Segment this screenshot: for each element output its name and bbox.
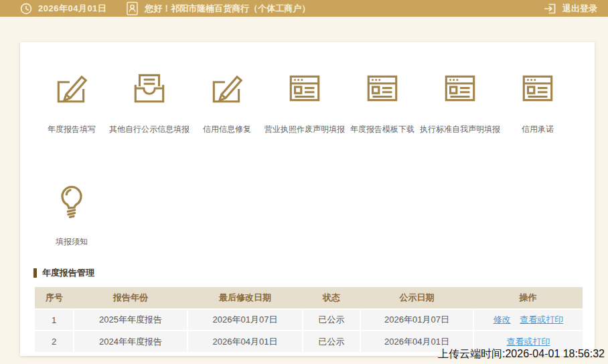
header-year: 报告年份 <box>74 287 187 309</box>
cell-status: 已公示 <box>303 309 360 331</box>
nav-item-annual-report-fill[interactable]: 年度报告填写 <box>33 69 110 135</box>
edit-square-icon <box>208 69 246 108</box>
header-published: 公示日期 <box>360 287 473 309</box>
upload-cloud-time: 上传云端时间:2026-04-01 18:56:32 <box>438 347 605 361</box>
nav-item-label: 营业执照作废声明填报 <box>264 124 345 135</box>
nav-item-label: 年度报告填写 <box>48 124 96 135</box>
logout-label: 退出登录 <box>562 3 597 15</box>
nav-icon-row: 年度报告填写 其他自行公示信息填报 信用信息修复 营业执照作废声明填报 年度报告… <box>33 69 595 135</box>
nav-item-label: 其他自行公示信息填报 <box>109 124 189 135</box>
nav-item-filing-notice[interactable]: 填报须知 <box>33 181 110 248</box>
lightbulb-icon <box>52 181 91 220</box>
header-no: 序号 <box>35 287 74 309</box>
user-badge-icon <box>127 1 138 15</box>
main-panel: 年度报告填写 其他自行公示信息填报 信用信息修复 营业执照作废声明填报 年度报告… <box>20 42 595 356</box>
form-page-icon <box>518 69 557 108</box>
cell-year: 2025年年度报告 <box>74 309 187 331</box>
nav-item-label: 信用信息修复 <box>203 124 251 135</box>
logout-button[interactable]: 退出登录 <box>543 2 597 15</box>
nav-item-other-disclosure[interactable]: 其他自行公示信息填报 <box>110 69 188 135</box>
inbox-document-icon <box>130 69 169 108</box>
nav-item-label: 年度报告模板下载 <box>350 124 414 135</box>
header-status: 状态 <box>303 287 360 309</box>
nav-item-template-download[interactable]: 年度报告模板下载 <box>344 69 421 135</box>
section-title-text: 年度报告管理 <box>42 267 94 279</box>
cell-published: 2026年01月07日 <box>360 309 473 331</box>
cell-modified: 2026年04月01日 <box>187 331 303 352</box>
nav-item-label: 填报须知 <box>56 236 88 248</box>
cell-year: 2024年年度报告 <box>74 331 187 352</box>
annual-report-table: 序号 报告年份 最后修改日期 状态 公示日期 操作 1 2025年年度报告 20… <box>35 287 583 352</box>
exit-icon <box>543 2 556 15</box>
user-greeting: 您好！祁阳市隆楠百货商行（个体工商户） <box>145 3 310 15</box>
cell-modified: 2026年01月07日 <box>187 309 303 331</box>
notice-row: 填报须知 <box>33 181 595 248</box>
cell-status: 已公示 <box>303 331 360 352</box>
top-bar: 2026年04月01日 您好！祁阳市隆楠百货商行（个体工商户） 退出登录 <box>0 0 608 17</box>
cell-operations: 修改 查看或打印 <box>473 309 583 331</box>
view-or-print-link[interactable]: 查看或打印 <box>507 337 550 347</box>
header-modified: 最后修改日期 <box>187 287 303 309</box>
clock-icon <box>20 3 32 15</box>
form-page-icon <box>363 69 402 108</box>
current-date: 2026年04月01日 <box>38 3 106 15</box>
nav-item-credit-repair[interactable]: 信用信息修复 <box>188 69 266 135</box>
form-page-icon <box>285 69 324 108</box>
nav-item-label: 执行标准自我声明填报 <box>420 124 500 135</box>
header-operation: 操作 <box>473 287 583 309</box>
nav-item-license-invalidation[interactable]: 营业执照作废声明填报 <box>266 69 344 135</box>
edit-square-icon <box>52 69 91 108</box>
section-title: 年度报告管理 <box>33 267 595 279</box>
table-header-row: 序号 报告年份 最后修改日期 状态 公示日期 操作 <box>35 287 583 309</box>
modify-link[interactable]: 修改 <box>493 314 511 325</box>
nav-item-standard-declaration[interactable]: 执行标准自我声明填报 <box>421 69 499 135</box>
form-page-icon <box>441 69 479 108</box>
nav-item-credit-commitment[interactable]: 信用承诺 <box>499 69 577 135</box>
nav-item-label: 信用承诺 <box>522 124 554 135</box>
cell-no: 2 <box>35 331 74 352</box>
view-or-print-link[interactable]: 查看或打印 <box>520 314 563 325</box>
cell-no: 1 <box>35 309 74 331</box>
title-marker <box>33 268 37 278</box>
table-row: 1 2025年年度报告 2026年01月07日 已公示 2026年01月07日 … <box>35 309 583 331</box>
